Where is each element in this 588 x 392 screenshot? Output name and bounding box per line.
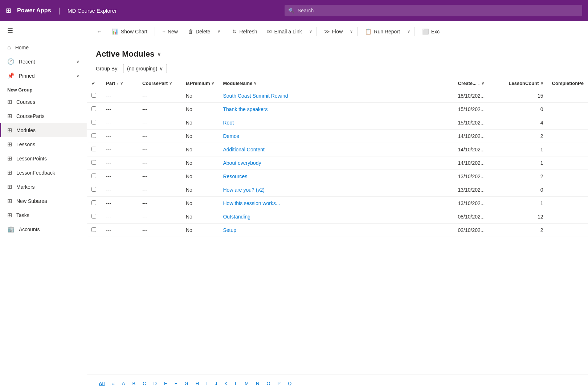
show-chart-button[interactable]: 📊 Show Chart: [107, 26, 152, 37]
created-filter-icon[interactable]: ∨: [481, 81, 484, 86]
sidebar-item-lessonfeedback[interactable]: ⊞ LessonFeedback: [0, 166, 87, 180]
group-by-select[interactable]: (no grouping) ∨: [123, 64, 167, 73]
modulename-filter-icon[interactable]: ∨: [254, 81, 257, 86]
page-title-chevron-icon[interactable]: ∨: [157, 51, 161, 57]
table-row[interactable]: --- --- No Root 15/10/202... 4: [87, 116, 588, 130]
row-check-10[interactable]: [87, 224, 102, 237]
row-check-7[interactable]: [87, 183, 102, 197]
sidebar-item-courses[interactable]: ⊞ Courses: [0, 95, 87, 109]
row-check-5[interactable]: [87, 156, 102, 170]
footer-letter-P[interactable]: P: [275, 379, 284, 388]
footer-letter-A[interactable]: A: [119, 379, 128, 388]
row-modulename-10[interactable]: Setup: [219, 224, 453, 237]
table-row[interactable]: --- --- No Additional Content 14/10/202.…: [87, 143, 588, 156]
row-check-9[interactable]: [87, 210, 102, 224]
run-report-chevron-icon[interactable]: ∨: [406, 27, 412, 36]
run-report-button[interactable]: 📋 Run Report: [360, 26, 404, 37]
footer-letter-G[interactable]: G: [182, 379, 191, 388]
row-check-6[interactable]: [87, 170, 102, 183]
coursepart-filter-icon[interactable]: ∨: [169, 81, 172, 86]
delete-chevron-icon[interactable]: ∨: [216, 27, 222, 36]
email-link-button[interactable]: ✉ Email a Link: [263, 26, 306, 37]
row-checkbox-6[interactable]: [91, 173, 96, 178]
row-checkbox-7[interactable]: [91, 187, 96, 192]
row-check-4[interactable]: [87, 143, 102, 156]
sidebar-toggle-button[interactable]: ☰: [0, 21, 87, 41]
sidebar-item-courseparts[interactable]: ⊞ CourseParts: [0, 109, 87, 123]
row-checkbox-2[interactable]: [91, 120, 96, 124]
back-button[interactable]: ←: [93, 26, 106, 37]
row-check-1[interactable]: [87, 103, 102, 116]
delete-button[interactable]: 🗑 Delete: [184, 26, 215, 37]
sidebar-item-markers[interactable]: ⊞ Markers: [0, 180, 87, 194]
col-header-coursepart[interactable]: CoursePart ∨: [138, 78, 181, 89]
row-checkbox-10[interactable]: [91, 227, 96, 232]
row-check-2[interactable]: [87, 116, 102, 130]
table-row[interactable]: --- --- No How are you? (v2) 13/10/202..…: [87, 183, 588, 197]
col-header-modulename[interactable]: ModuleName ∨: [219, 78, 453, 89]
flow-chevron-icon[interactable]: ∨: [348, 27, 354, 36]
row-checkbox-0[interactable]: [91, 93, 96, 98]
waffle-menu-button[interactable]: ⊞: [6, 7, 11, 15]
col-header-ispremium[interactable]: isPremium ∨: [181, 78, 219, 89]
email-chevron-icon[interactable]: ∨: [308, 27, 314, 36]
col-header-part[interactable]: Part ↑ ∨: [102, 78, 138, 89]
col-header-created[interactable]: Create... ↓ ∨: [454, 78, 505, 89]
footer-letter-J[interactable]: J: [212, 379, 220, 388]
lessoncount-filter-icon[interactable]: ∨: [540, 81, 543, 86]
table-row[interactable]: --- --- No Setup 02/10/202... 2: [87, 224, 588, 237]
sidebar-item-recent[interactable]: 🕐 Recent ∨: [0, 54, 87, 69]
new-button[interactable]: + New: [158, 26, 182, 37]
row-modulename-2[interactable]: Root: [219, 116, 453, 130]
footer-letter-B[interactable]: B: [130, 379, 139, 388]
table-row[interactable]: --- --- No Resources 13/10/202... 2: [87, 170, 588, 183]
table-row[interactable]: --- --- No South Coast Summit Rewind 18/…: [87, 89, 588, 103]
sidebar-item-lessons[interactable]: ⊞ Lessons: [0, 137, 87, 151]
search-input[interactable]: [285, 5, 582, 16]
row-check-0[interactable]: [87, 89, 102, 103]
row-check-3[interactable]: [87, 130, 102, 143]
table-row[interactable]: --- --- No About everybody 14/10/202... …: [87, 156, 588, 170]
flow-button[interactable]: ≫ Flow: [320, 26, 347, 37]
check-all-icon[interactable]: ✓: [91, 81, 95, 86]
footer-letter-C[interactable]: C: [140, 379, 149, 388]
ispremium-filter-icon[interactable]: ∨: [211, 81, 214, 86]
sidebar-item-lessonpoints[interactable]: ⊞ LessonPoints: [0, 151, 87, 166]
footer-letter-I[interactable]: I: [203, 379, 211, 388]
part-filter-icon[interactable]: ∨: [120, 81, 123, 86]
table-row[interactable]: --- --- No Thank the speakers 15/10/202.…: [87, 103, 588, 116]
footer-letter-#[interactable]: #: [109, 379, 118, 388]
row-modulename-8[interactable]: How this session works...: [219, 197, 453, 210]
row-checkbox-4[interactable]: [91, 147, 96, 151]
footer-letter-H[interactable]: H: [193, 379, 202, 388]
row-modulename-4[interactable]: Additional Content: [219, 143, 453, 156]
row-checkbox-1[interactable]: [91, 106, 96, 111]
col-header-lessoncount[interactable]: LessonCount ∨: [505, 78, 548, 89]
row-modulename-9[interactable]: Outstanding: [219, 210, 453, 224]
footer-letter-All[interactable]: All: [96, 379, 108, 388]
sidebar-item-home[interactable]: ⌂ Home: [0, 41, 87, 54]
footer-letter-L[interactable]: L: [232, 379, 240, 388]
sidebar-item-modules[interactable]: ⊞ Modules: [0, 123, 87, 137]
row-modulename-0[interactable]: South Coast Summit Rewind: [219, 89, 453, 103]
footer-letter-K[interactable]: K: [221, 379, 230, 388]
footer-letter-D[interactable]: D: [151, 379, 160, 388]
row-checkbox-5[interactable]: [91, 160, 96, 165]
table-row[interactable]: --- --- No How this session works... 13/…: [87, 197, 588, 210]
footer-letter-Q[interactable]: Q: [285, 379, 294, 388]
sidebar-item-pinned[interactable]: 📌 Pinned ∨: [0, 69, 87, 83]
footer-letter-F[interactable]: F: [172, 379, 180, 388]
row-checkbox-9[interactable]: [91, 214, 96, 219]
row-checkbox-8[interactable]: [91, 200, 96, 205]
sidebar-item-newsubarea[interactable]: ⊞ New Subarea: [0, 194, 87, 208]
row-modulename-6[interactable]: Resources: [219, 170, 453, 183]
footer-letter-E[interactable]: E: [161, 379, 170, 388]
sidebar-item-tasks[interactable]: ⊞ Tasks: [0, 208, 87, 222]
table-row[interactable]: --- --- No Outstanding 08/10/202... 12: [87, 210, 588, 224]
footer-letter-M[interactable]: M: [242, 379, 252, 388]
row-checkbox-3[interactable]: [91, 133, 96, 138]
refresh-button[interactable]: ↻ Refresh: [228, 26, 261, 37]
sidebar-item-accounts[interactable]: 🏢 Accounts: [0, 222, 87, 236]
row-check-8[interactable]: [87, 197, 102, 210]
row-modulename-5[interactable]: About everybody: [219, 156, 453, 170]
